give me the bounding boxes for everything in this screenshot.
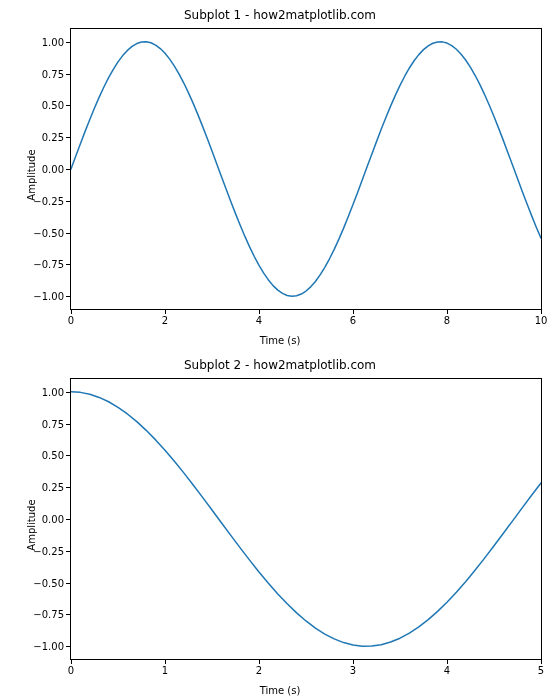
ytick-label: −1.00 (33, 291, 64, 302)
ytick-label: 1.00 (42, 386, 64, 397)
subplot-1-plot (71, 29, 541, 309)
xtick-label: 4 (256, 315, 262, 326)
ytick-label: 1.00 (42, 36, 64, 47)
xtick-label: 10 (535, 315, 548, 326)
subplot-1-title: Subplot 1 - how2matplotlib.com (0, 8, 560, 22)
subplot-2-xlabel: Time (s) (0, 685, 560, 696)
subplot-1-line-sin (71, 42, 541, 296)
ytick-label: −0.25 (33, 195, 64, 206)
ytick-label: 0.25 (42, 132, 64, 143)
subplot-2-title: Subplot 2 - how2matplotlib.com (0, 358, 560, 372)
subplot-2-line-cos (71, 392, 541, 646)
ytick-label: −0.75 (33, 609, 64, 620)
subplot-1-axes: 0246810 −1.00−0.75−0.50−0.250.000.250.50… (70, 28, 542, 310)
subplot-2-ylabel: Amplitude (26, 499, 37, 550)
ytick-label: 0.50 (42, 450, 64, 461)
xtick-label: 0 (68, 665, 74, 676)
ytick-label: 0.00 (42, 164, 64, 175)
xtick-label: 6 (350, 315, 356, 326)
subplot-2-plot (71, 379, 541, 659)
subplot-1-xlabel: Time (s) (0, 335, 560, 346)
subplot-1: Subplot 1 - how2matplotlib.com Amplitude… (0, 0, 560, 350)
ytick-label: 0.25 (42, 482, 64, 493)
xtick-label: 2 (256, 665, 262, 676)
xtick-label: 8 (444, 315, 450, 326)
ytick-label: 0.00 (42, 514, 64, 525)
xtick-label: 2 (162, 315, 168, 326)
xtick-label: 1 (162, 665, 168, 676)
ytick-label: −0.50 (33, 577, 64, 588)
xtick-label: 4 (444, 665, 450, 676)
subplot-2: Subplot 2 - how2matplotlib.com Amplitude… (0, 350, 560, 700)
subplot-1-ylabel: Amplitude (26, 149, 37, 200)
figure: Subplot 1 - how2matplotlib.com Amplitude… (0, 0, 560, 700)
ytick-label: 0.75 (42, 418, 64, 429)
ytick-label: −0.25 (33, 545, 64, 556)
ytick-label: −0.75 (33, 259, 64, 270)
xtick-label: 3 (350, 665, 356, 676)
ytick-label: −1.00 (33, 641, 64, 652)
xtick-label: 0 (68, 315, 74, 326)
ytick-label: 0.50 (42, 100, 64, 111)
ytick-label: 0.75 (42, 68, 64, 79)
ytick-label: −0.50 (33, 227, 64, 238)
xtick-label: 5 (538, 665, 544, 676)
subplot-2-axes: 012345 −1.00−0.75−0.50−0.250.000.250.500… (70, 378, 542, 660)
